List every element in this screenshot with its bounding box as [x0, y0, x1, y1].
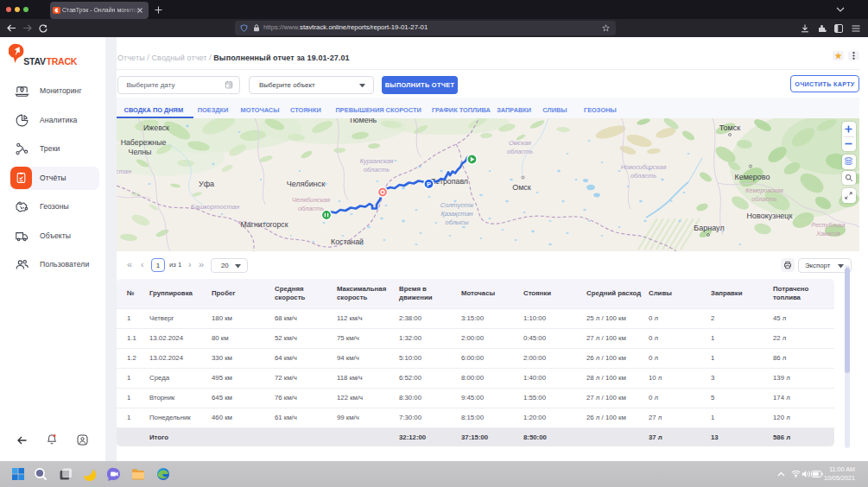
svg-text:Ижевск: Ижевск	[143, 123, 169, 132]
svg-text:облысы: облысы	[446, 218, 469, 226]
svg-text:Тюмень: Тюмень	[349, 118, 377, 124]
svg-text:Омск: Омск	[512, 183, 531, 192]
svg-text:Новосибирская: Новосибирская	[621, 163, 667, 171]
svg-text:область: область	[364, 166, 390, 174]
svg-text:Магнитогорск: Магнитогорск	[240, 220, 288, 229]
svg-text:Новокузнецк: Новокузнецк	[747, 212, 793, 220]
svg-text:Челны: Челны	[129, 148, 152, 156]
svg-text:Челябинск: Челябинск	[287, 180, 325, 188]
svg-text:область: область	[298, 205, 324, 212]
svg-text:Уфа: Уфа	[199, 180, 214, 188]
svg-text:Қазақстан: Қазақстан	[440, 210, 472, 218]
svg-text:TRACK: TRACK	[47, 56, 78, 66]
svg-text:Омская: Омская	[509, 139, 531, 147]
svg-text:P: P	[427, 180, 431, 188]
svg-text:Барнаул: Барнаул	[694, 224, 724, 232]
svg-text:STAV: STAV	[23, 56, 46, 66]
svg-text:область: область	[630, 172, 656, 180]
svg-text:Республика: Республика	[811, 221, 845, 229]
svg-text:Челябинская: Челябинская	[292, 196, 331, 204]
svg-text:Кемерово: Кемерово	[734, 173, 770, 181]
svg-text:Башкортостан: Башкортостан	[191, 203, 240, 211]
svg-text:Костанай: Костанай	[331, 237, 364, 246]
svg-text:Томск: Томск	[719, 123, 740, 132]
svg-text:Набережные: Набережные	[121, 138, 167, 147]
svg-text:Хакасия: Хакасия	[815, 230, 840, 237]
svg-text:стан: стан	[117, 168, 131, 175]
svg-text:Солтүстік: Солтүстік	[440, 201, 474, 209]
svg-text:область: область	[751, 195, 777, 203]
svg-text:Кемеровская: Кемеровская	[745, 187, 783, 194]
svg-text:Курганская: Курганская	[359, 157, 393, 165]
svg-text:область: область	[507, 148, 533, 155]
